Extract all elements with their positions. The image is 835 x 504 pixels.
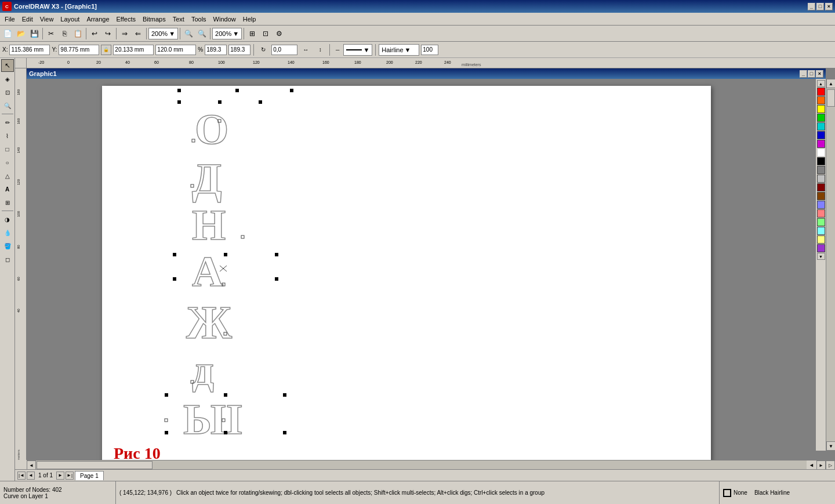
freehand-tool[interactable]: ✏	[1, 116, 14, 129]
palette-up-button[interactable]: ▲	[817, 80, 825, 87]
cut-button[interactable]: ✂	[45, 27, 57, 40]
eyedropper-tool[interactable]: 💧	[1, 226, 14, 239]
line-style-dropdown[interactable]: ▼	[343, 44, 372, 56]
zoom-in-button[interactable]: 🔍	[182, 27, 195, 40]
x-input[interactable]	[9, 45, 50, 55]
paste-button[interactable]: 📋	[71, 27, 84, 40]
angle1-input[interactable]	[205, 45, 227, 55]
hairline-dropdown[interactable]: Hairline ▼	[379, 44, 419, 56]
menu-bitmaps[interactable]: Bitmaps	[139, 14, 169, 24]
outline-btn[interactable]: ─	[333, 45, 342, 55]
inner-maximize[interactable]: □	[808, 70, 815, 78]
rotation-input[interactable]	[271, 45, 297, 55]
page-prev-button[interactable]: ◄	[27, 472, 35, 480]
color-red[interactable]	[817, 88, 825, 96]
text-tool[interactable]: A	[1, 183, 14, 195]
grid-button[interactable]: ⊞	[246, 27, 259, 40]
transform-button[interactable]: ↻	[257, 43, 270, 56]
crop-tool[interactable]: ⊡	[1, 86, 14, 99]
menu-layout[interactable]: Layout	[57, 14, 83, 24]
menu-arrange[interactable]: Arrange	[83, 14, 112, 24]
menu-view[interactable]: View	[37, 14, 57, 24]
h-input[interactable]	[155, 45, 196, 55]
minimize-button[interactable]: _	[808, 3, 815, 10]
export-button[interactable]: ⇐	[132, 27, 144, 40]
scroll-right2-button[interactable]: ▷	[826, 461, 835, 470]
opacity-input[interactable]	[421, 45, 438, 55]
scroll-down-button[interactable]: ▼	[826, 441, 835, 451]
open-button[interactable]: 📂	[14, 27, 27, 40]
color-white[interactable]	[817, 148, 825, 157]
scroll-h-track[interactable]	[36, 461, 807, 469]
polygon-tool[interactable]: △	[1, 169, 14, 182]
horizontal-scrollbar[interactable]: ◄ ◄ ► ▷	[27, 460, 835, 469]
page-last-button[interactable]: ►|	[66, 472, 74, 480]
color-brown[interactable]	[817, 192, 825, 200]
zoom2-dropdown[interactable]: 200% ▼	[212, 28, 242, 39]
menu-tools[interactable]: Tools	[188, 14, 210, 24]
zoom-dropdown[interactable]: 200% ▼	[148, 28, 178, 39]
scroll-left-button[interactable]: ◄	[27, 461, 36, 470]
rect-tool[interactable]: □	[1, 143, 14, 155]
lock-ratio-button[interactable]: 🔒	[101, 45, 111, 55]
zoom-out-button[interactable]: 🔍	[195, 27, 208, 40]
color-cyan[interactable]	[817, 122, 825, 130]
menu-file[interactable]: File	[1, 14, 19, 24]
inner-close[interactable]: ×	[816, 70, 823, 78]
color-lavender[interactable]	[817, 201, 825, 209]
redo-button[interactable]: ↪	[101, 27, 114, 40]
color-lightyellow[interactable]	[817, 235, 825, 244]
menu-edit[interactable]: Edit	[19, 14, 37, 24]
menu-effects[interactable]: Effects	[113, 14, 139, 24]
copy-button[interactable]: ⎘	[58, 27, 71, 40]
outline-tool[interactable]: ◻	[1, 253, 14, 266]
drawing-canvas[interactable]: Рис 10 О	[102, 86, 711, 460]
angle2-input[interactable]	[228, 45, 251, 55]
undo-button[interactable]: ↩	[88, 27, 101, 40]
color-lightgreen[interactable]	[817, 218, 825, 226]
zoom-tool[interactable]: 🔍	[1, 99, 14, 112]
shape-tool[interactable]: ◈	[1, 72, 14, 85]
color-maroon[interactable]	[817, 183, 825, 191]
maximize-button[interactable]: □	[816, 3, 824, 10]
menu-text[interactable]: Text	[169, 14, 188, 24]
color-blue[interactable]	[817, 131, 825, 139]
fill-tool[interactable]: 🪣	[1, 240, 14, 252]
page-tab-1[interactable]: Page 1	[75, 471, 104, 480]
flip-h-button[interactable]: ↔	[299, 43, 312, 56]
w-input[interactable]	[113, 45, 154, 55]
flip-v-button[interactable]: ↕	[314, 43, 326, 56]
blend-tool[interactable]: ◑	[1, 213, 14, 226]
options-button[interactable]: ⚙	[273, 27, 285, 40]
color-purple[interactable]	[817, 244, 825, 252]
smartdraw-tool[interactable]: ⌇	[1, 129, 14, 142]
ellipse-tool[interactable]: ○	[1, 156, 14, 169]
color-lightcyan[interactable]	[817, 227, 825, 235]
scroll-v-track[interactable]	[826, 88, 835, 441]
inner-minimize[interactable]: _	[800, 70, 807, 78]
y-input[interactable]	[59, 45, 99, 55]
menu-help[interactable]: Help	[239, 14, 260, 24]
color-green[interactable]	[817, 114, 825, 122]
scroll-up-button[interactable]: ▲	[826, 79, 835, 88]
scroll-v-thumb[interactable]	[827, 89, 835, 107]
color-magenta[interactable]	[817, 140, 825, 148]
save-button[interactable]: 💾	[28, 27, 41, 40]
color-black[interactable]	[817, 157, 825, 165]
vertical-scrollbar[interactable]: ▲ ▼	[826, 79, 835, 451]
color-orange[interactable]	[817, 96, 825, 104]
scroll-h-thumb[interactable]	[37, 461, 153, 469]
import-button[interactable]: ⇒	[118, 27, 131, 40]
snap-button[interactable]: ⊡	[259, 27, 272, 40]
color-yellow[interactable]	[817, 105, 825, 113]
color-pink[interactable]	[817, 209, 825, 217]
select-tool[interactable]: ↖	[1, 59, 14, 72]
new-button[interactable]: 📄	[1, 27, 14, 40]
menu-window[interactable]: Window	[210, 14, 239, 24]
color-silver[interactable]	[817, 175, 825, 183]
color-gray[interactable]	[817, 166, 825, 174]
close-button[interactable]: ×	[825, 3, 833, 10]
table-tool[interactable]: ⊞	[1, 196, 14, 209]
page-first-button[interactable]: |◄	[17, 472, 26, 480]
page-next-button[interactable]: ►	[56, 472, 64, 480]
